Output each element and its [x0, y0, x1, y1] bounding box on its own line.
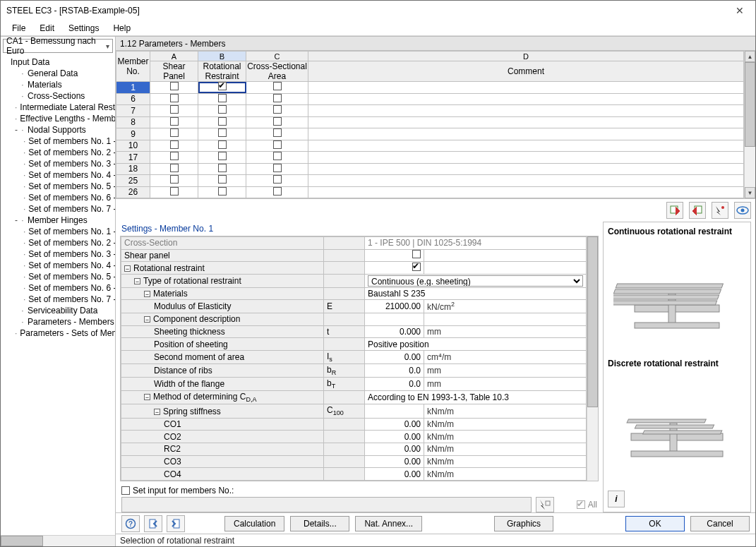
val-co4[interactable]: 0.00	[365, 468, 424, 481]
cross-area-checkbox[interactable]	[273, 94, 282, 102]
val-sheet-thickness[interactable]: 0.000	[365, 325, 424, 338]
shear-panel-checkbox[interactable]	[170, 117, 179, 126]
shear-panel-checkbox[interactable]	[170, 187, 179, 196]
scroll-down-icon[interactable]: ▼	[745, 187, 755, 198]
rotational-restraint-checkbox[interactable]	[412, 263, 421, 271]
val-rc2[interactable]: 0.00	[365, 443, 424, 455]
settings-vertical-scrollbar[interactable]	[587, 236, 598, 481]
comment-cell[interactable]	[308, 175, 744, 187]
tree-item[interactable]: ·Set of members No. 7 -	[4, 203, 115, 215]
shear-panel-checkbox[interactable]	[412, 250, 421, 258]
menu-edit[interactable]: Edit	[32, 20, 61, 36]
rotational-restraint-checkbox[interactable]	[218, 175, 227, 184]
next-page-button[interactable]	[167, 515, 185, 532]
cross-area-checkbox[interactable]	[273, 82, 282, 90]
shear-panel-checkbox[interactable]	[170, 152, 179, 160]
menu-file[interactable]: File	[5, 20, 32, 36]
all-checkbox[interactable]	[577, 500, 585, 509]
tree-item[interactable]: Input Data	[4, 56, 115, 68]
scroll-up-icon[interactable]: ▲	[745, 51, 755, 62]
cancel-button[interactable]: Cancel	[690, 516, 750, 531]
comment-cell[interactable]	[308, 163, 744, 175]
rotational-restraint-checkbox[interactable]	[218, 164, 227, 172]
members-input[interactable]	[121, 497, 532, 512]
tree-item[interactable]: ·Parameters - Sets of Members	[4, 327, 115, 339]
tree-item[interactable]: ·Set of members No. 3 -	[4, 248, 115, 260]
tree-item[interactable]: ·Set of members No. 5 -	[4, 271, 115, 282]
cross-area-checkbox[interactable]	[273, 117, 282, 126]
menu-help[interactable]: Help	[106, 20, 138, 36]
export-button[interactable]	[666, 202, 683, 219]
tree-horizontal-scrollbar[interactable]	[1, 535, 115, 546]
val-position-sheeting[interactable]: Positive position	[365, 338, 587, 351]
scrollbar-thumb[interactable]	[745, 62, 755, 147]
val-width-flange[interactable]: 0.0	[365, 378, 424, 391]
set-input-checkbox[interactable]	[121, 486, 130, 495]
comment-cell[interactable]	[308, 82, 744, 94]
tree-item[interactable]: ·Set of members No. 1 -	[4, 226, 115, 237]
collapse-icon[interactable]: −	[124, 265, 131, 272]
shear-panel-checkbox[interactable]	[170, 164, 179, 172]
tree-item[interactable]: ·Set of members No. 6 -	[4, 192, 115, 203]
tree-item[interactable]: -·Nodal Supports	[4, 124, 115, 136]
tree-item[interactable]: -·Member Hinges	[4, 215, 115, 226]
comment-cell[interactable]	[308, 105, 744, 117]
tree-item[interactable]: ·Set of members No. 6 -	[4, 282, 115, 294]
comment-cell[interactable]	[308, 186, 744, 198]
comment-cell[interactable]	[308, 93, 744, 105]
comment-cell[interactable]	[308, 140, 744, 152]
val-co1[interactable]: 0.00	[365, 418, 424, 431]
type-dropdown[interactable]: Continuous (e.g. sheeting)	[368, 275, 583, 287]
cross-area-checkbox[interactable]	[273, 175, 282, 184]
val-modulus[interactable]: 21000.00	[365, 300, 424, 313]
table-row[interactable]: 6	[116, 93, 744, 105]
rotational-restraint-checkbox[interactable]	[218, 94, 227, 102]
table-row[interactable]: 18	[116, 163, 744, 175]
tree-item[interactable]: ·Set of members No. 1 -	[4, 136, 115, 147]
val-co3[interactable]: 0.00	[365, 455, 424, 468]
tree-item[interactable]: ·Set of members No. 5 -	[4, 181, 115, 192]
info-button[interactable]: i	[608, 491, 625, 507]
graphics-button[interactable]: Graphics	[494, 516, 553, 531]
case-selector[interactable]: CA1 - Bemessung nach Euro ▾	[3, 39, 113, 53]
tree-item[interactable]: ·Set of members No. 3 -	[4, 158, 115, 169]
tree-item[interactable]: ·Effective Lengths - Members	[4, 113, 115, 124]
cross-area-checkbox[interactable]	[273, 187, 282, 196]
comment-cell[interactable]	[308, 116, 744, 128]
cross-area-checkbox[interactable]	[273, 140, 282, 149]
view-button[interactable]	[734, 202, 751, 219]
comment-cell[interactable]	[308, 152, 744, 164]
val-materials[interactable]: Baustahl S 235	[365, 287, 587, 300]
navigator-tree[interactable]: Input Data·General Data·Materials·Cross-…	[1, 55, 115, 535]
tree-item[interactable]: ·Materials	[4, 79, 115, 90]
members-table[interactable]: Member No. A B C D Shear Panel Rotationa…	[116, 51, 744, 198]
nat-annex-button[interactable]: Nat. Annex...	[355, 516, 422, 531]
collapse-icon[interactable]: −	[144, 291, 150, 297]
tree-item[interactable]: ·Intermediate Lateral Restraints	[4, 102, 115, 113]
table-row[interactable]: 8	[116, 116, 744, 128]
menu-settings[interactable]: Settings	[61, 20, 106, 36]
collapse-icon[interactable]: −	[144, 316, 150, 323]
settings-table[interactable]: Cross-Section1 - IPE 500 | DIN 1025-5:19…	[121, 236, 587, 481]
details-button[interactable]: Details...	[290, 516, 349, 531]
cross-area-checkbox[interactable]	[273, 128, 282, 137]
rotational-restraint-checkbox[interactable]	[218, 105, 227, 114]
table-row[interactable]: 9	[116, 128, 744, 140]
tree-item[interactable]: ·Set of members No. 2 -	[4, 237, 115, 248]
table-row[interactable]: 17	[116, 152, 744, 164]
close-icon[interactable]: ✕	[730, 4, 750, 18]
collapse-icon[interactable]: −	[134, 278, 140, 284]
rotational-restraint-checkbox[interactable]	[218, 152, 227, 160]
tree-item[interactable]: ·Set of members No. 2 -	[4, 147, 115, 158]
table-row[interactable]: 1	[116, 82, 744, 94]
tree-item[interactable]: ·Serviceability Data	[4, 305, 115, 316]
all-check[interactable]: All	[577, 500, 597, 510]
tree-item[interactable]: ·Parameters - Members	[4, 316, 115, 327]
prev-page-button[interactable]	[144, 515, 162, 532]
rotational-restraint-checkbox[interactable]	[218, 187, 227, 196]
table-row[interactable]: 25	[116, 175, 744, 187]
table-row[interactable]: 26	[116, 186, 744, 198]
scrollbar-thumb[interactable]	[1, 536, 43, 546]
shear-panel-checkbox[interactable]	[170, 82, 179, 90]
tree-item[interactable]: ·Set of members No. 4 -	[4, 169, 115, 181]
